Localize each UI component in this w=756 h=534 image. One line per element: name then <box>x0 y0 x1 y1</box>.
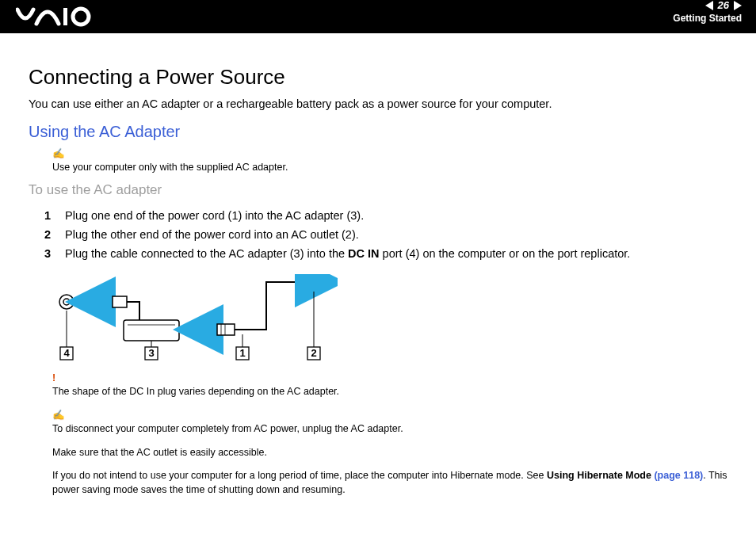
svg-rect-0 <box>63 8 67 25</box>
steps-list: 1 Plug one end of the power cord (1) int… <box>29 206 727 263</box>
page-nav: 26 Getting Started <box>673 0 742 24</box>
section-label: Getting Started <box>673 13 742 24</box>
ac-adapter-diagram: 4 3 1 2 <box>52 274 727 364</box>
subheading: Using the AC Adapter <box>29 123 727 141</box>
header-bar: 26 Getting Started <box>0 0 756 33</box>
callout-2: 2 <box>311 347 316 359</box>
svg-rect-9 <box>217 324 235 335</box>
note-text: Use your computer only with the supplied… <box>52 162 288 173</box>
note-hibernate: If you do not intend to use your compute… <box>52 469 727 497</box>
step-number: 3 <box>44 247 65 260</box>
content-area: Connecting a Power Source You can use ei… <box>0 33 756 497</box>
callout-4: 4 <box>63 347 70 359</box>
intro-text: You can use either an AC adapter or a re… <box>29 97 727 110</box>
callout-1: 1 <box>239 347 245 359</box>
svg-point-3 <box>63 299 70 305</box>
svg-rect-6 <box>124 320 179 341</box>
step-text: Plug one end of the power cord (1) into … <box>65 209 364 222</box>
note-supplied-adapter: ✍ Use your computer only with the suppli… <box>52 147 727 174</box>
step-2: 2 Plug the other end of the power cord i… <box>44 225 727 244</box>
svg-rect-5 <box>113 296 127 307</box>
footer-notes: ! The shape of the DC In plug varies dep… <box>29 372 727 498</box>
step-3: 3 Plug the cable connected to the AC ada… <box>44 244 727 263</box>
step-text: Plug the cable connected to the AC adapt… <box>65 247 630 260</box>
step-number: 2 <box>44 228 65 241</box>
page-number: 26 <box>716 0 731 11</box>
hibernate-link[interactable]: (page 118) <box>651 470 703 481</box>
warning-icon: ! <box>52 372 727 386</box>
step-number: 1 <box>44 209 65 222</box>
note-outlet-accessible: Make sure that the AC outlet is easily a… <box>52 446 727 460</box>
step-1: 1 Plug one end of the power cord (1) int… <box>44 206 727 225</box>
svg-point-1 <box>73 9 89 25</box>
step-text: Plug the other end of the power cord int… <box>65 228 359 241</box>
next-page-icon[interactable] <box>734 1 742 10</box>
procedure-title: To use the AC adapter <box>29 182 727 198</box>
warning-dc-shape: ! The shape of the DC In plug varies dep… <box>52 372 727 399</box>
page-title: Connecting a Power Source <box>29 65 727 90</box>
note-disconnect: ✍ To disconnect your computer completely… <box>52 409 727 437</box>
note-icon: ✍ <box>52 409 727 423</box>
vaio-logo <box>16 5 95 31</box>
dc-in-label: DC IN <box>348 247 379 260</box>
svg-point-2 <box>59 295 74 309</box>
note-icon: ✍ <box>52 147 727 161</box>
callout-3: 3 <box>148 347 154 359</box>
prev-page-icon[interactable] <box>705 1 713 10</box>
